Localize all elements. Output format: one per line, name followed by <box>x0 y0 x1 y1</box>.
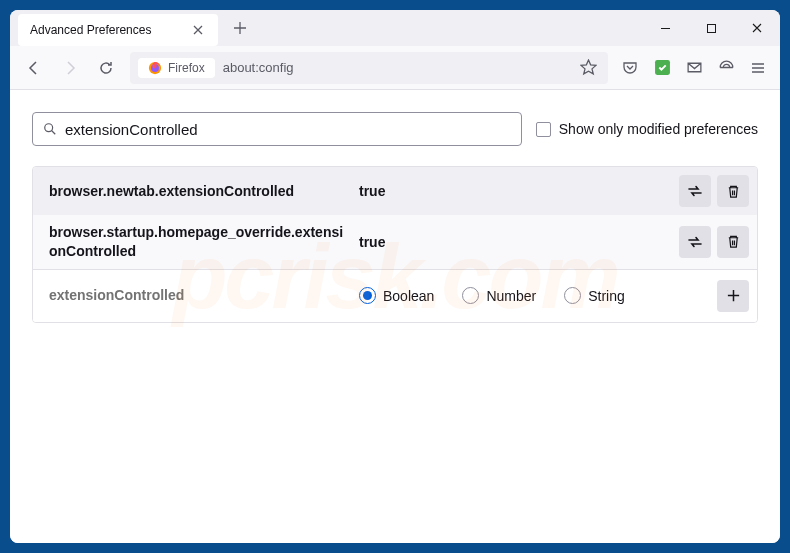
identity-box[interactable]: Firefox <box>138 58 215 78</box>
url-bar[interactable]: Firefox about:config <box>130 52 608 84</box>
toggle-button[interactable] <box>679 175 711 207</box>
back-button[interactable] <box>18 52 50 84</box>
preferences-list: browser.newtab.extensionControlled true … <box>32 166 758 323</box>
trash-icon <box>726 234 741 249</box>
toggle-button[interactable] <box>679 226 711 258</box>
radio-icon <box>359 287 376 304</box>
pref-value: true <box>359 234 679 250</box>
radio-boolean[interactable]: Boolean <box>359 287 434 304</box>
pref-name: browser.startup.homepage_override.extens… <box>49 223 359 261</box>
show-modified-only-checkbox[interactable]: Show only modified preferences <box>536 121 758 137</box>
delete-button[interactable] <box>717 226 749 258</box>
new-pref-name: extensionControlled <box>49 286 359 305</box>
search-icon <box>43 122 57 136</box>
maximize-button[interactable] <box>688 10 734 46</box>
tab-advanced-preferences[interactable]: Advanced Preferences <box>18 14 218 46</box>
forward-button[interactable] <box>54 52 86 84</box>
reload-button[interactable] <box>90 52 122 84</box>
pref-actions <box>679 226 749 258</box>
pref-actions <box>679 175 749 207</box>
radio-icon <box>462 287 479 304</box>
pref-name: browser.newtab.extensionControlled <box>49 182 359 201</box>
pocket-button[interactable] <box>616 54 644 82</box>
window-controls <box>642 10 780 46</box>
pref-value: true <box>359 183 679 199</box>
search-box[interactable] <box>32 112 522 146</box>
mail-button[interactable] <box>680 54 708 82</box>
pref-row[interactable]: browser.newtab.extensionControlled true <box>33 167 757 215</box>
search-row: Show only modified preferences <box>32 112 758 146</box>
identity-label: Firefox <box>168 61 205 75</box>
radio-label: Boolean <box>383 288 434 304</box>
checkbox-icon <box>536 122 551 137</box>
toggle-icon <box>687 183 703 199</box>
tab-strip: Advanced Preferences <box>10 10 780 46</box>
toggle-icon <box>687 234 703 250</box>
pref-actions <box>717 280 749 312</box>
new-pref-row: extensionControlled Boolean Number Strin… <box>33 269 757 322</box>
pref-row[interactable]: browser.startup.homepage_override.extens… <box>33 215 757 269</box>
search-input[interactable] <box>65 121 511 138</box>
extension-button[interactable] <box>648 54 676 82</box>
firefox-logo-icon <box>148 61 162 75</box>
radio-label: String <box>588 288 625 304</box>
toolbar: Firefox about:config <box>10 46 780 90</box>
radio-icon <box>564 287 581 304</box>
account-button[interactable] <box>712 54 740 82</box>
tab-title: Advanced Preferences <box>30 23 190 37</box>
minimize-button[interactable] <box>642 10 688 46</box>
svg-rect-0 <box>707 24 715 32</box>
trash-icon <box>726 184 741 199</box>
new-tab-button[interactable] <box>226 14 254 42</box>
radio-number[interactable]: Number <box>462 287 536 304</box>
url-text: about:config <box>223 60 294 75</box>
browser-window: Advanced Preferences <box>10 10 780 543</box>
close-window-button[interactable] <box>734 10 780 46</box>
close-tab-button[interactable] <box>190 22 206 38</box>
menu-button[interactable] <box>744 54 772 82</box>
delete-button[interactable] <box>717 175 749 207</box>
about-config-content: Show only modified preferences browser.n… <box>10 90 780 543</box>
bookmark-star-button[interactable] <box>576 56 600 80</box>
svg-point-4 <box>45 124 53 132</box>
radio-string[interactable]: String <box>564 287 625 304</box>
plus-icon <box>726 288 741 303</box>
type-radio-group: Boolean Number String <box>359 287 717 304</box>
add-button[interactable] <box>717 280 749 312</box>
checkbox-label-text: Show only modified preferences <box>559 121 758 137</box>
radio-label: Number <box>486 288 536 304</box>
